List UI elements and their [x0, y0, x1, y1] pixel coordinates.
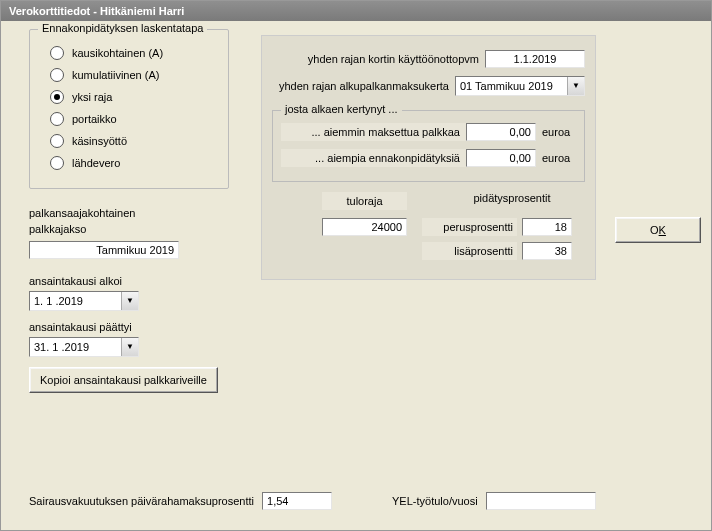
- radio-dot-icon: [50, 46, 64, 60]
- input-yel-tyotulo[interactable]: [486, 492, 596, 510]
- select-alkupalkanmaksukerta[interactable]: 01 Tammikuu 2019 ▼: [455, 76, 585, 96]
- calc-method-legend: Ennakonpidätyksen laskentatapa: [38, 22, 207, 34]
- right-panel: yhden rajan kortin käyttöönottopvm 1.1.2…: [261, 35, 596, 280]
- input-aiemmin-palkkaa[interactable]: 0,00: [466, 123, 536, 141]
- label-yel-tyotulo: YEL-työtulo/vuosi: [392, 495, 478, 507]
- radio-kumulatiivinen[interactable]: kumulatiivinen (A): [50, 68, 218, 82]
- select-value: 31. 1 .2019: [30, 341, 121, 353]
- radio-kausikohtainen[interactable]: kausikohtainen (A): [50, 46, 218, 60]
- chevron-down-icon: ▼: [121, 338, 138, 356]
- radio-yksi-raja[interactable]: yksi raja: [50, 90, 218, 104]
- input-sairausvakuutus[interactable]: 1,54: [262, 492, 332, 510]
- input-aiempia-ennakonpidatyksia[interactable]: 0,00: [466, 149, 536, 167]
- radio-label: lähdevero: [72, 157, 120, 169]
- kertynyt-legend: josta alkaen kertynyt ...: [281, 103, 402, 115]
- window-root: Verokorttitiedot - Hitkäniemi Harri Enna…: [0, 0, 712, 531]
- radio-label: käsinsyöttö: [72, 135, 127, 147]
- kopioi-ansaintakausi-button[interactable]: Kopioi ansaintakausi palkkariveille: [29, 367, 218, 393]
- label-kayttoonottopvm: yhden rajan kortin käyttöönottopvm: [272, 53, 485, 65]
- input-palkkajakso[interactable]: Tammikuu 2019: [29, 241, 179, 259]
- row-aiemmin-palkkaa: ... aiemmin maksettua palkkaa 0,00 euroa: [281, 123, 576, 141]
- bottom-row: Sairausvakuutuksen päivärahamaksuprosent…: [29, 492, 691, 510]
- window-body: Ennakonpidätyksen laskentatapa kausikoht…: [1, 21, 711, 530]
- radio-label: portaikko: [72, 113, 117, 125]
- button-label: Kopioi ansaintakausi palkkariveille: [40, 374, 207, 386]
- calc-method-group: Ennakonpidätyksen laskentatapa kausikoht…: [29, 29, 229, 189]
- label-tuloraja: tuloraja: [322, 192, 407, 210]
- chevron-down-icon: ▼: [121, 292, 138, 310]
- label-alkupalkanmaksukerta: yhden rajan alkupalkanmaksukerta: [272, 80, 455, 92]
- chevron-down-icon: ▼: [567, 77, 584, 95]
- label-aiemmin-palkkaa: ... aiemmin maksettua palkkaa: [281, 123, 466, 141]
- label-perusprosentti: perusprosentti: [422, 218, 517, 236]
- ok-pre: O: [650, 224, 659, 236]
- row-alkupalkanmaksukerta: yhden rajan alkupalkanmaksukerta 01 Tamm…: [272, 76, 585, 96]
- input-lisaprosentti[interactable]: 38: [522, 242, 572, 260]
- input-kayttoonottopvm[interactable]: 1.1.2019: [485, 50, 585, 68]
- unit-euroa: euroa: [542, 152, 576, 164]
- radio-dot-icon: [50, 134, 64, 148]
- label-ansaintakausi-alkoi: ansaintakausi alkoi: [29, 275, 122, 287]
- radio-dot-icon: [50, 112, 64, 126]
- label-aiempia-ennakonpidatyksia: ... aiempia ennakonpidätyksiä: [281, 149, 466, 167]
- kertynyt-group: josta alkaen kertynyt ... ... aiemmin ma…: [272, 110, 585, 182]
- label-pidatysprosentit: pidätysprosentit: [462, 192, 562, 204]
- input-perusprosentti[interactable]: 18: [522, 218, 572, 236]
- select-ansaintakausi-paattyi[interactable]: 31. 1 .2019 ▼: [29, 337, 139, 357]
- radio-dot-icon: [50, 156, 64, 170]
- row-aiempia-ennakonpidatyksia: ... aiempia ennakonpidätyksiä 0,00 euroa: [281, 149, 576, 167]
- radio-kasinsyotto[interactable]: käsinsyöttö: [50, 134, 218, 148]
- radio-label: yksi raja: [72, 91, 112, 103]
- ok-accel: K: [659, 224, 666, 236]
- radio-portaikko[interactable]: portaikko: [50, 112, 218, 126]
- radio-lahdevero[interactable]: lähdevero: [50, 156, 218, 170]
- label-ansaintakausi-paattyi: ansaintakausi päättyi: [29, 321, 132, 333]
- radio-label: kausikohtainen (A): [72, 47, 163, 59]
- input-tuloraja[interactable]: 24000: [322, 218, 407, 236]
- select-value: 01 Tammikuu 2019: [456, 80, 567, 92]
- label-sairausvakuutus: Sairausvakuutuksen päivärahamaksuprosent…: [29, 495, 254, 507]
- label-lisaprosentti: lisäprosentti: [422, 242, 517, 260]
- select-ansaintakausi-alkoi[interactable]: 1. 1 .2019 ▼: [29, 291, 139, 311]
- radio-label: kumulatiivinen (A): [72, 69, 159, 81]
- radio-dot-icon: [50, 90, 64, 104]
- unit-euroa: euroa: [542, 126, 576, 138]
- radio-dot-icon: [50, 68, 64, 82]
- select-value: 1. 1 .2019: [30, 295, 121, 307]
- ok-button[interactable]: OK: [615, 217, 701, 243]
- label-palkansaajakohtainen: palkansaajakohtainen: [29, 207, 135, 219]
- label-palkkajakso: palkkajakso: [29, 223, 86, 235]
- window-title: Verokorttitiedot - Hitkäniemi Harri: [1, 1, 711, 21]
- row-kayttoonottopvm: yhden rajan kortin käyttöönottopvm 1.1.2…: [272, 50, 585, 68]
